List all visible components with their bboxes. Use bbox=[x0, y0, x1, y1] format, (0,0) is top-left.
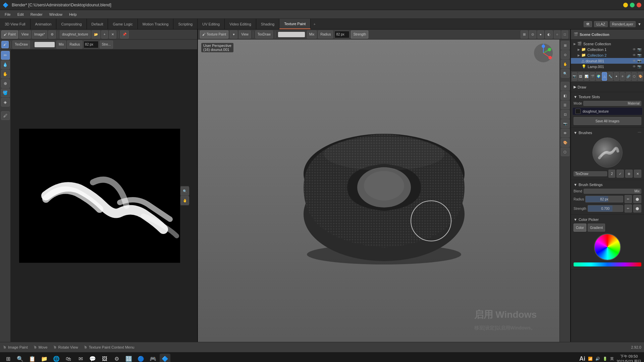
brush-check[interactable]: ✓ bbox=[616, 170, 624, 178]
texture-paint-mode[interactable]: 🖌 Texture Paint bbox=[200, 31, 228, 39]
tree-dounut-001[interactable]: △ dounut.001 👁 📷 bbox=[571, 58, 644, 64]
close-button[interactable] bbox=[637, 3, 641, 7]
tab-animation[interactable]: Animation bbox=[31, 19, 57, 29]
tree-collection2[interactable]: ▶ 📁 Collection 2 👁 📷 bbox=[571, 52, 644, 58]
paint-mode-button[interactable]: 🖌 Paint bbox=[1, 31, 18, 39]
image-props-button[interactable]: ⚙ bbox=[48, 31, 56, 39]
add-workspace-button[interactable]: + bbox=[311, 19, 318, 29]
viewport-tool-5[interactable]: ⊕ bbox=[561, 82, 570, 90]
tab-uv-editing[interactable]: UV Editing bbox=[198, 19, 225, 29]
prop-physics[interactable]: ⚛ bbox=[620, 72, 625, 81]
brush-copy[interactable]: ⊕ bbox=[625, 170, 633, 178]
prop-constraints[interactable]: 🔗 bbox=[626, 72, 631, 81]
viewport-tool-1[interactable]: ⊞ bbox=[561, 41, 570, 50]
menu-render[interactable]: Render bbox=[28, 12, 45, 17]
viewport-tool-6[interactable]: ◧ bbox=[561, 91, 570, 100]
prop-view-layer[interactable]: 📊 bbox=[584, 72, 589, 81]
prop-object[interactable]: △ bbox=[602, 72, 607, 81]
view-menu-button[interactable]: View bbox=[19, 31, 31, 39]
view-layer-selector[interactable]: RenderLayer bbox=[610, 21, 636, 27]
prop-scene[interactable]: 🎬 bbox=[590, 72, 595, 81]
tab-compositing[interactable]: Compositing bbox=[56, 19, 87, 29]
texture-new-button[interactable]: + bbox=[101, 31, 108, 39]
radius-animate[interactable]: ⬤ bbox=[633, 195, 641, 203]
viewport-tool-9[interactable]: 📷 bbox=[561, 119, 570, 128]
menu-file[interactable]: File bbox=[2, 12, 13, 17]
strength-lock[interactable]: ✏ bbox=[625, 204, 632, 213]
tab-game-logic[interactable]: Game Logic bbox=[108, 19, 138, 29]
clone-tool[interactable]: ⊕ bbox=[1, 79, 10, 88]
taskbar-explorer[interactable]: 📁 bbox=[39, 354, 50, 362]
taskbar-chat[interactable]: 💬 bbox=[87, 354, 98, 362]
texture-unlink-button[interactable]: ✕ bbox=[109, 31, 116, 39]
viewport-expand-button[interactable]: ▼ bbox=[230, 31, 237, 39]
prop-material[interactable]: 🎨 bbox=[638, 72, 643, 81]
mask-tool[interactable]: ◈ bbox=[1, 98, 10, 107]
brush-remove[interactable]: ✕ bbox=[634, 170, 641, 178]
viewport-shade-material[interactable]: ◐ bbox=[545, 31, 553, 39]
collection2-eye[interactable]: 👁 bbox=[633, 53, 636, 57]
strength-animate[interactable]: ⬤ bbox=[633, 204, 641, 213]
color-tab[interactable]: Color bbox=[574, 224, 586, 232]
tab-texture-paint[interactable]: Texture Paint bbox=[279, 19, 311, 29]
texture-name-button[interactable]: doughnut_texture bbox=[60, 31, 91, 39]
viewport-tool-3[interactable]: ✋ bbox=[561, 60, 570, 68]
taskbar-steam[interactable]: 🎮 bbox=[148, 354, 158, 362]
menu-edit[interactable]: Edit bbox=[15, 12, 26, 17]
soften-tool[interactable]: 💧 bbox=[1, 60, 10, 69]
scene-selector[interactable]: LLAZ bbox=[594, 21, 607, 27]
brush-name-right[interactable]: TexDraw bbox=[255, 31, 273, 39]
viewport-canvas[interactable]: User Perspective (16) dounut.001 bbox=[198, 40, 570, 342]
prop-world[interactable]: 🌍 bbox=[596, 72, 601, 81]
radius-lock[interactable]: ✏ bbox=[625, 195, 632, 203]
brush-settings-header[interactable]: ▼ Brush Settings bbox=[571, 181, 644, 188]
collection1-eye[interactable]: 👁 bbox=[633, 48, 636, 51]
brushes-header[interactable]: ▼ Brushes ⋯ bbox=[571, 129, 644, 136]
draw-header[interactable]: ▶ Draw bbox=[571, 83, 644, 90]
zoom-in-button[interactable]: 🔍 bbox=[180, 187, 189, 195]
render-engine-selector[interactable]: 🛠 bbox=[584, 21, 592, 27]
viewport-tool-12[interactable]: ⬡ bbox=[561, 147, 570, 156]
prop-data[interactable]: ⬡ bbox=[632, 72, 637, 81]
taskbar-store[interactable]: 🛍 bbox=[63, 354, 74, 362]
mode-value[interactable]: Material bbox=[583, 101, 641, 106]
taskbar-start[interactable]: ⊞ bbox=[3, 354, 13, 362]
texture-slot-item[interactable]: doughnut_texture bbox=[572, 107, 643, 115]
blend-mode-right[interactable]: Mix bbox=[307, 31, 317, 39]
menu-window[interactable]: Window bbox=[47, 12, 65, 17]
radius-input-left[interactable] bbox=[84, 41, 99, 48]
fill-tool[interactable]: 🪣 bbox=[1, 88, 10, 97]
render-layer-expand[interactable]: ▼ bbox=[638, 22, 641, 26]
brush-name-left[interactable]: TexDraw bbox=[12, 41, 30, 49]
draw-tool[interactable]: ✏ bbox=[1, 51, 10, 60]
viewport-shade-rendered[interactable]: ○ bbox=[554, 31, 560, 39]
texture-browse-button[interactable]: 📂 bbox=[92, 31, 100, 39]
tab-video-editing[interactable]: Video Editing bbox=[225, 19, 256, 29]
strength-left[interactable]: Stre... bbox=[100, 41, 113, 49]
radius-field[interactable]: 82 px bbox=[585, 196, 623, 202]
radius-input-right[interactable] bbox=[334, 31, 350, 38]
texture-slots-header[interactable]: ▼ Texture Slots bbox=[571, 94, 644, 100]
prop-render[interactable]: 📷 bbox=[572, 72, 577, 81]
overlay-button[interactable]: ⊞ bbox=[521, 31, 528, 39]
tab-shading[interactable]: Shading bbox=[256, 19, 279, 29]
viewport-tool-11[interactable]: 🎨 bbox=[561, 138, 570, 147]
viewport-tool-7[interactable]: ☰ bbox=[561, 101, 570, 109]
color-wheel[interactable] bbox=[594, 234, 621, 260]
viewport-tool-4[interactable]: 🔍 bbox=[561, 69, 570, 78]
dounut-eye[interactable]: 👁 bbox=[633, 59, 636, 63]
tree-lamp-001[interactable]: 💡 Lamp.001 👁 📷 bbox=[571, 64, 644, 69]
taskbar-calculator[interactable]: 🔢 bbox=[123, 354, 134, 362]
collection1-render[interactable]: 📷 bbox=[637, 48, 641, 51]
tree-collection1[interactable]: ▶ 📁 Collection 1 👁 📷 bbox=[571, 47, 644, 52]
viewport-tool-10[interactable]: 👁 bbox=[561, 129, 570, 137]
gradient-tab[interactable]: Gradient bbox=[588, 224, 605, 232]
tab-3d-view-full[interactable]: 3D View Full bbox=[0, 19, 31, 29]
minimize-button[interactable] bbox=[623, 3, 628, 7]
viewport-tool-2[interactable]: ⊙ bbox=[561, 50, 570, 59]
image-canvas[interactable]: 🔍 🤚 bbox=[11, 50, 197, 342]
brushes-expand[interactable]: ⋯ bbox=[638, 130, 641, 135]
prop-modifier[interactable]: 🔧 bbox=[608, 72, 613, 81]
taskbar-photos[interactable]: 🖼 bbox=[99, 354, 110, 362]
menu-help[interactable]: Help bbox=[66, 12, 79, 17]
